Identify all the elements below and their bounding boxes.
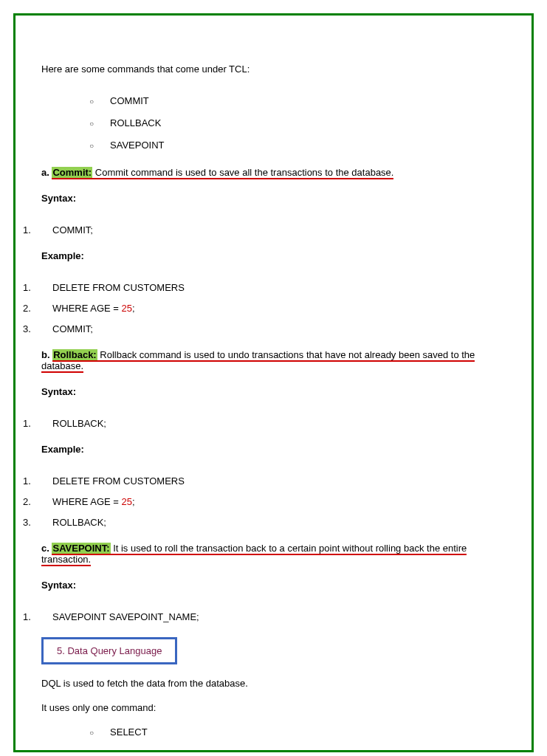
syntax-label: Syntax: — [41, 580, 517, 591]
commit-syntax-block: 1. COMMIT; — [23, 224, 517, 236]
example-label: Example: — [41, 444, 517, 455]
rollback-syntax-block: 1. ROLLBACK; — [23, 418, 517, 429]
letter-prefix: b. — [41, 349, 52, 360]
code-line: 3. ROLLBACK; — [23, 517, 517, 528]
syntax-label: Syntax: — [41, 193, 517, 204]
bullet-icon: ○ — [89, 142, 94, 150]
list-item: ○ COMMIT — [89, 95, 517, 106]
code-text: DELETE FROM CUSTOMERS — [52, 282, 185, 293]
dql-heading-box: 5. Data Query Language — [41, 637, 177, 664]
bullet-icon: ○ — [89, 120, 94, 128]
list-item-label: SELECT — [110, 726, 148, 738]
savepoint-syntax-block: 1. SAVEPOINT SAVEPOINT_NAME; — [23, 611, 517, 622]
code-line: 1. DELETE FROM CUSTOMERS — [23, 282, 517, 293]
savepoint-title: SAVEPOINT: — [52, 543, 110, 554]
commit-heading: a. Commit: Commit command is used to sav… — [41, 167, 517, 178]
line-number: 1. — [23, 475, 52, 487]
rollback-example-block: 1. DELETE FROM CUSTOMERS 2. WHERE AGE = … — [23, 475, 517, 528]
list-item: ○ SAVEPOINT — [89, 140, 517, 151]
line-number: 2. — [23, 496, 52, 507]
rollback-title: Rollback: — [52, 349, 97, 360]
code-text: WHERE AGE = 25; — [52, 303, 135, 314]
code-line: 1. DELETE FROM CUSTOMERS — [23, 475, 517, 487]
code-text: COMMIT; — [52, 323, 93, 334]
content: Here are some commands that come under T… — [30, 63, 517, 738]
letter-prefix: a. — [41, 167, 52, 178]
code-text: SAVEPOINT SAVEPOINT_NAME; — [52, 611, 199, 622]
list-item-label: COMMIT — [110, 95, 149, 106]
code-text: ROLLBACK; — [52, 418, 106, 429]
commit-title: Commit: — [52, 167, 92, 178]
code-line: 1. COMMIT; — [23, 224, 517, 236]
bullet-icon: ○ — [89, 97, 94, 106]
tcl-command-list: ○ COMMIT ○ ROLLBACK ○ SAVEPOINT — [89, 95, 517, 151]
savepoint-heading: c. SAVEPOINT: It is used to roll the tra… — [41, 543, 517, 565]
line-number: 3. — [23, 323, 52, 334]
code-line: 2. WHERE AGE = 25; — [23, 303, 517, 314]
rollback-desc: Rollback command is used to undo transac… — [41, 349, 475, 371]
page-frame: Here are some commands that come under T… — [13, 13, 534, 752]
bullet-icon: ○ — [89, 729, 94, 737]
dql-command-list: ○ SELECT — [89, 726, 517, 738]
dql-line1: DQL is used to fetch the data from the d… — [41, 678, 517, 689]
code-text: DELETE FROM CUSTOMERS — [52, 475, 185, 487]
example-label: Example: — [41, 250, 517, 261]
line-number: 1. — [23, 418, 52, 429]
line-number: 1. — [23, 224, 52, 236]
line-number: 1. — [23, 611, 52, 622]
code-line: 1. SAVEPOINT SAVEPOINT_NAME; — [23, 611, 517, 622]
line-number: 2. — [23, 303, 52, 314]
line-number: 3. — [23, 517, 52, 528]
code-text: COMMIT; — [52, 224, 93, 236]
code-text: ROLLBACK; — [52, 517, 106, 528]
list-item: ○ ROLLBACK — [89, 117, 517, 128]
intro-text: Here are some commands that come under T… — [41, 63, 517, 75]
code-line: 3. COMMIT; — [23, 323, 517, 334]
letter-prefix: c. — [41, 543, 52, 554]
commit-example-block: 1. DELETE FROM CUSTOMERS 2. WHERE AGE = … — [23, 282, 517, 334]
list-item-label: SAVEPOINT — [110, 140, 164, 151]
rollback-heading: b. Rollback: Rollback command is used to… — [41, 349, 517, 371]
syntax-label: Syntax: — [41, 386, 517, 397]
code-text: WHERE AGE = 25; — [52, 496, 135, 507]
code-line: 1. ROLLBACK; — [23, 418, 517, 429]
dql-line2: It uses only one command: — [41, 702, 517, 713]
list-item: ○ SELECT — [89, 726, 517, 738]
commit-desc: Commit command is used to save all the t… — [92, 167, 393, 178]
line-number: 1. — [23, 282, 52, 293]
code-line: 2. WHERE AGE = 25; — [23, 496, 517, 507]
dql-heading-text: 5. Data Query Language — [57, 645, 162, 656]
list-item-label: ROLLBACK — [110, 117, 161, 128]
